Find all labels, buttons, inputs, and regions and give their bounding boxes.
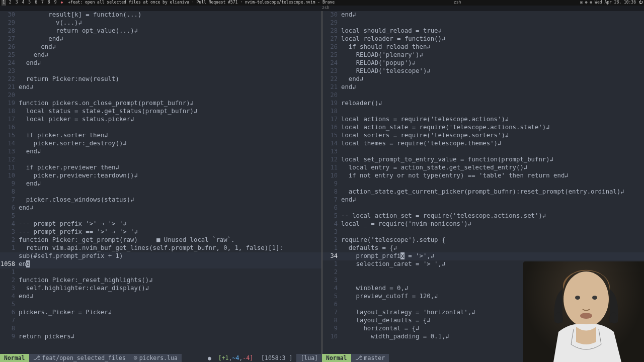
code-line[interactable]: 26 end↲	[0, 43, 321, 51]
code-line[interactable]: 16local action_state = require('telescop…	[323, 124, 644, 132]
code-line[interactable]: 4local _ = require('nvim-nonicons')↲	[323, 220, 644, 228]
code-line[interactable]: 13	[323, 148, 644, 156]
code-line[interactable]: 1 defaults = {↲	[323, 244, 644, 252]
code-line[interactable]: 22 return Picker:new(result)	[0, 75, 321, 83]
code-line[interactable]: 29 v(...)↲	[0, 19, 321, 27]
code-line[interactable]: 3 self.highlighter:clear_display()↲	[0, 285, 321, 293]
svg-point-1	[575, 296, 580, 300]
filename: ⌾pickers.lua	[130, 354, 182, 362]
code-line[interactable]: 25 RELOAD('plenary')↲	[323, 51, 644, 59]
code-line[interactable]: sub(#self.prompt_prefix + 1)	[0, 252, 321, 260]
code-line[interactable]: 23 RELOAD('telescope')↲	[323, 67, 644, 75]
terminal-tab-bar: zsh	[0, 6, 644, 11]
code-line[interactable]: 7	[0, 317, 321, 325]
code-line[interactable]: 2function Picker:_get_prompt(raw) ■ Unus…	[0, 236, 321, 244]
code-line[interactable]: 8	[0, 325, 321, 333]
code-line[interactable]: 34 prompt_prefix = '>',↲	[323, 252, 644, 260]
git-branch: ⎇feat/open_selected_files	[29, 354, 130, 362]
code-line[interactable]: 5	[0, 301, 321, 309]
code-line[interactable]: 3--- prompt_prefix == '>' → '> '↲	[0, 228, 321, 236]
code-line[interactable]: 15local sorters = require('telescope.sor…	[323, 132, 644, 140]
code-line[interactable]: 5	[0, 212, 321, 220]
code-line[interactable]: 10 if not entry or not type(entry) == 't…	[323, 172, 644, 180]
tab-zsh[interactable]: zsh	[322, 6, 329, 11]
code-line[interactable]: 9return pickers↲	[0, 333, 321, 341]
code-line[interactable]: 28local should_reload = true↲	[323, 27, 644, 35]
brave-icon: ◆	[60, 0, 63, 5]
code-line[interactable]: 9	[323, 180, 644, 188]
code-line[interactable]: 23	[0, 67, 321, 75]
code-line[interactable]: 5-- local action_set = require('telescop…	[323, 212, 644, 220]
center-title: zsh	[454, 0, 461, 5]
power-icon[interactable]: ⏻	[638, 0, 642, 5]
code-line[interactable]: 18	[323, 108, 644, 116]
code-line[interactable]: 8 action_state.get_current_picker(prompt…	[323, 188, 644, 196]
code-line[interactable]: 25 end↲	[0, 51, 321, 59]
code-line[interactable]: 11 if picker.previewer then↲	[0, 164, 321, 172]
code-line[interactable]: 16	[0, 124, 321, 132]
clock: Wed Apr 28, 10:36	[595, 0, 636, 5]
code-line[interactable]: 13 end↲	[0, 148, 321, 156]
code-line[interactable]: 27 end↲	[0, 35, 321, 43]
code-line[interactable]: 14 picker.sorter:_destroy()↲	[0, 140, 321, 148]
code-line[interactable]: 20	[323, 92, 644, 100]
code-line[interactable]: 12	[0, 156, 321, 164]
mode-indicator: Normal	[0, 354, 29, 362]
code-line[interactable]: 19reloader()↲	[323, 100, 644, 108]
code-line[interactable]: 28 return opt_value(...)↲	[0, 27, 321, 35]
code-line[interactable]: 30end↲	[323, 11, 644, 19]
code-line[interactable]: 6pickers._Picker = Picker↲	[0, 309, 321, 317]
code-line[interactable]: 22 end↲	[323, 75, 644, 83]
code-line[interactable]: 17local actions = require('telescope.act…	[323, 116, 644, 124]
code-line[interactable]: 14local themes = require('telescope.them…	[323, 140, 644, 148]
code-line[interactable]: 11 local entry = action_state.get_select…	[323, 164, 644, 172]
git-diff-stats: ● [+1, ~4, -4]	[204, 354, 257, 362]
code-line[interactable]: 20	[0, 92, 321, 100]
code-line[interactable]: 15 if picker.sorter then↲	[0, 132, 321, 140]
code-line[interactable]: 26 if should_reload then↲	[323, 43, 644, 51]
code-line[interactable]: 1 return vim.api.nvim_buf_get_lines(self…	[0, 244, 321, 252]
statusline-left: Normal ⎇feat/open_selected_files ⌾picker…	[0, 354, 322, 362]
system-top-bar: 1 23456789 ◆ +feat: open all selected fi…	[0, 0, 644, 6]
code-line[interactable]: 8	[0, 188, 321, 196]
code-line[interactable]: 1058end	[0, 260, 321, 268]
svg-point-3	[580, 313, 592, 319]
code-line[interactable]: 24 RELOAD('popup')↲	[323, 59, 644, 67]
code-line[interactable]: 6	[323, 204, 644, 212]
code-line[interactable]: 1	[0, 268, 321, 277]
code-line[interactable]: 12local set_prompt_to_entry_value = func…	[323, 156, 644, 164]
code-line[interactable]: 21end↲	[0, 83, 321, 92]
code-line[interactable]: 3	[323, 228, 644, 236]
git-branch: ⎇master	[351, 354, 389, 362]
code-line[interactable]: 2require('telescope').setup {	[323, 236, 644, 244]
mode-indicator: Normal	[322, 354, 351, 362]
filetype: [lua]	[296, 354, 322, 362]
tray-icons[interactable]: ▣ ● ●	[580, 0, 592, 5]
code-line[interactable]: 4end↲	[0, 293, 321, 301]
svg-point-2	[592, 296, 597, 300]
code-line[interactable]: 19function pickers.on_close_prompt(promp…	[0, 100, 321, 108]
window-title: +feat: open all selected files at once b…	[68, 0, 335, 5]
ws-indicator[interactable]: 1	[2, 0, 6, 5]
code-line[interactable]: 7end↲	[323, 196, 644, 204]
webcam-overlay	[523, 261, 644, 362]
code-line[interactable]: 9 end↲	[0, 180, 321, 188]
code-line[interactable]: 24 end↲	[0, 59, 321, 67]
code-line[interactable]: 18 local status = state.get_status(promp…	[0, 108, 321, 116]
left-pane[interactable]: 30 result[k] = function(...)29 v(...)↲28…	[0, 11, 323, 354]
code-line[interactable]: 17 local picker = status.picker↲	[0, 116, 321, 124]
code-line[interactable]: 10 picker.previewer:teardown()↲	[0, 172, 321, 180]
code-line[interactable]: 27local reloader = function()↲	[323, 35, 644, 43]
code-line[interactable]: 30 result[k] = function(...)	[0, 11, 321, 19]
code-line[interactable]: 4--- prompt_prefix '>' → '> '↲	[0, 220, 321, 228]
cursor-position: [1058:3 ]	[257, 354, 296, 362]
code-line[interactable]: 2function Picker:_reset_highlights()↲	[0, 277, 321, 285]
code-line[interactable]: 29	[323, 19, 644, 27]
code-line[interactable]: 7 picker.close_windows(status)↲	[0, 196, 321, 204]
code-line[interactable]: 6end↲	[0, 204, 321, 212]
code-line[interactable]: 21end↲	[323, 83, 644, 92]
